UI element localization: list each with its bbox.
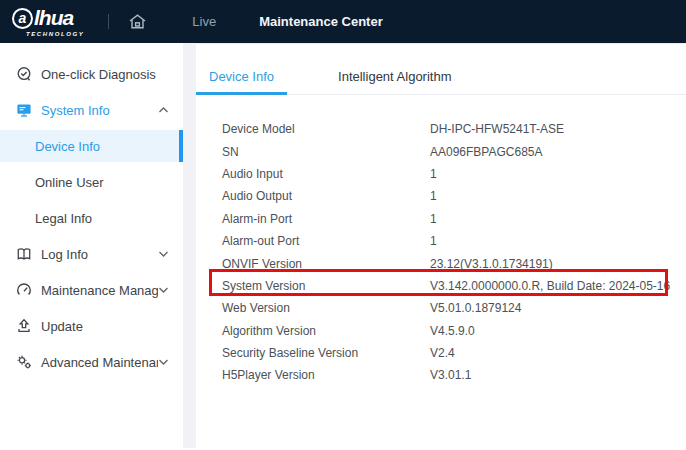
table-row: Web VersionV5.01.0.1879124 xyxy=(222,297,672,319)
table-row-system-version: System VersionV3.142.0000000.0.R, Build … xyxy=(222,275,672,297)
row-value: V4.5.9.0 xyxy=(430,324,672,338)
table-row: Audio Output1 xyxy=(222,185,672,207)
sidebar-item-system-info[interactable]: System Info xyxy=(0,92,183,128)
row-label: Device Model xyxy=(222,122,430,136)
system-info-icon xyxy=(16,102,32,118)
sidebar-item-device-info[interactable]: Device Info xyxy=(0,130,183,162)
gears-icon xyxy=(16,354,32,370)
row-label: SN xyxy=(222,145,430,159)
gauge-icon xyxy=(16,282,32,298)
main-content: Device Info Intelligent Algorithm Device… xyxy=(196,43,686,450)
chevron-up-icon xyxy=(158,106,169,114)
home-button[interactable] xyxy=(128,13,147,30)
table-row: Algorithm VersionV4.5.9.0 xyxy=(222,320,672,342)
sidebar-content-divider xyxy=(183,43,196,448)
row-value: 23.12(V3.1.0.1734191) xyxy=(430,257,672,271)
dahua-logo: alhua TECHNOLOGY xyxy=(12,6,84,37)
device-info-table: Device ModelDH-IPC-HFW5241T-ASE SNAA096F… xyxy=(222,118,672,387)
sidebar-item-label: Legal Info xyxy=(35,211,169,226)
table-row: Device ModelDH-IPC-HFW5241T-ASE xyxy=(222,118,672,140)
tab-intelligent-algorithm[interactable]: Intelligent Algorithm xyxy=(325,69,464,94)
logo-circled-a: a xyxy=(12,8,33,29)
sidebar-item-online-user[interactable]: Online User xyxy=(0,164,183,200)
sidebar-item-log-info[interactable]: Log Info xyxy=(0,236,183,272)
nav-tab-live[interactable]: Live xyxy=(192,14,216,29)
sidebar-item-label: System Info xyxy=(41,103,158,118)
sidebar-menu: One-click Diagnosis System Info Devi xyxy=(0,43,183,450)
table-row: SNAA096FBPAGC685A xyxy=(222,140,672,162)
update-upload-icon xyxy=(16,318,32,334)
sidebar-item-label: Online User xyxy=(35,175,169,190)
home-icon xyxy=(128,13,147,30)
row-label: System Version xyxy=(222,279,430,293)
row-value: DH-IPC-HFW5241T-ASE xyxy=(430,122,672,136)
row-label: Algorithm Version xyxy=(222,324,430,338)
sidebar-item-one-click-diagnosis[interactable]: One-click Diagnosis xyxy=(0,56,183,92)
row-label: Audio Input xyxy=(222,167,430,181)
row-value: V3.01.1 xyxy=(430,368,672,382)
row-value: V3.142.0000000.0.R, Build Date: 2024-05-… xyxy=(430,279,672,293)
row-value: 1 xyxy=(430,167,672,181)
nav-tab-maintenance-center[interactable]: Maintenance Center xyxy=(259,14,383,29)
sidebar-item-label: Maintenance Manage... xyxy=(41,283,158,298)
table-row: Alarm-out Port1 xyxy=(222,230,672,252)
diagnosis-icon xyxy=(16,66,32,82)
sidebar-item-advanced-maintenance[interactable]: Advanced Maintenan... xyxy=(0,344,183,380)
row-value: V5.01.0.1879124 xyxy=(430,301,672,315)
top-navigation-bar: alhua TECHNOLOGY Live Maintenance Center xyxy=(0,0,686,43)
chevron-down-icon xyxy=(158,250,169,258)
table-row: Alarm-in Port1 xyxy=(222,208,672,230)
row-label: Security Baseline Version xyxy=(222,346,430,360)
table-row: ONVIF Version23.12(V3.1.0.1734191) xyxy=(222,252,672,274)
sidebar-item-label: One-click Diagnosis xyxy=(41,67,169,82)
tab-device-info[interactable]: Device Info xyxy=(196,69,287,94)
row-value: V2.4 xyxy=(430,346,672,360)
row-value: 1 xyxy=(430,189,672,203)
logo-text: lhua xyxy=(34,6,73,30)
sidebar-item-update[interactable]: Update xyxy=(0,308,183,344)
row-label: ONVIF Version xyxy=(222,257,430,271)
sidebar-item-maintenance-manage[interactable]: Maintenance Manage... xyxy=(0,272,183,308)
table-row: Audio Input1 xyxy=(222,163,672,185)
row-label: Alarm-in Port xyxy=(222,212,430,226)
log-book-icon xyxy=(16,246,32,262)
row-label: Alarm-out Port xyxy=(222,234,430,248)
sidebar-item-label: Advanced Maintenan... xyxy=(41,355,158,370)
topbar-separator xyxy=(108,14,109,29)
table-row: Security Baseline VersionV2.4 xyxy=(222,342,672,364)
row-value: 1 xyxy=(430,234,672,248)
app-window: alhua TECHNOLOGY Live Maintenance Center xyxy=(0,0,686,450)
row-label: Web Version xyxy=(222,301,430,315)
sidebar-item-label: Update xyxy=(41,319,169,334)
row-value: 1 xyxy=(430,212,672,226)
row-label: Audio Output xyxy=(222,189,430,203)
logo-subtext: TECHNOLOGY xyxy=(26,31,84,37)
row-value: AA096FBPAGC685A xyxy=(430,145,672,159)
table-row: H5Player VersionV3.01.1 xyxy=(222,364,672,386)
chevron-down-icon xyxy=(158,286,169,294)
sidebar-item-legal-info[interactable]: Legal Info xyxy=(0,200,183,236)
chevron-down-icon xyxy=(158,358,169,366)
sidebar-item-label: Log Info xyxy=(41,247,158,262)
row-label: H5Player Version xyxy=(222,368,430,382)
sidebar-item-label: Device Info xyxy=(35,139,169,154)
tab-bar: Device Info Intelligent Algorithm xyxy=(196,44,686,95)
